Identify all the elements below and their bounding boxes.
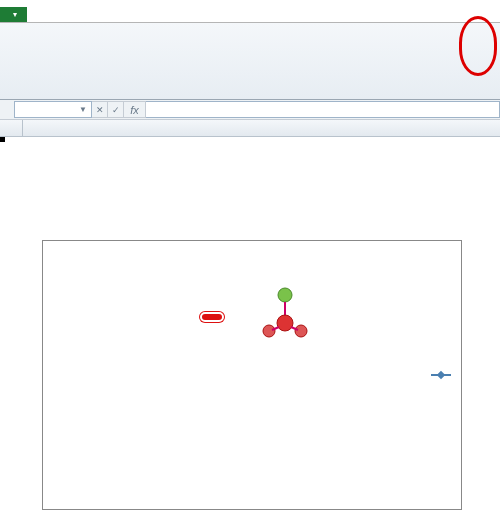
chart-svg xyxy=(73,251,383,491)
watermark-badge xyxy=(200,312,224,322)
legend-marker-icon xyxy=(431,374,451,376)
active-cell-outline xyxy=(0,137,4,141)
ribbon xyxy=(0,22,500,100)
chevron-down-icon: ▼ xyxy=(79,105,87,114)
svg-point-0 xyxy=(278,288,292,302)
embedded-chart[interactable] xyxy=(42,240,462,510)
confirm-formula-icon[interactable]: ✓ xyxy=(108,101,124,118)
name-box[interactable]: ▼ xyxy=(14,101,92,118)
formula-bar-row: ▼ ✕ ✓ fx xyxy=(0,100,500,120)
chart-plot-area xyxy=(73,251,383,491)
column-headers xyxy=(0,120,500,137)
tab-file[interactable]: ▾ xyxy=(0,7,27,22)
cancel-formula-icon[interactable]: ✕ xyxy=(92,101,108,118)
formula-bar[interactable] xyxy=(146,101,500,118)
molecule-decoration xyxy=(255,285,315,345)
chevron-down-icon: ▾ xyxy=(13,10,17,19)
ribbon-tabs: ▾ xyxy=(0,0,500,22)
select-all-corner[interactable] xyxy=(0,120,23,136)
worksheet-grid[interactable] xyxy=(0,120,500,137)
chart-legend[interactable] xyxy=(431,374,455,376)
fx-icon[interactable]: fx xyxy=(124,101,146,118)
svg-point-3 xyxy=(263,325,275,337)
svg-point-2 xyxy=(277,315,293,331)
svg-point-4 xyxy=(295,325,307,337)
